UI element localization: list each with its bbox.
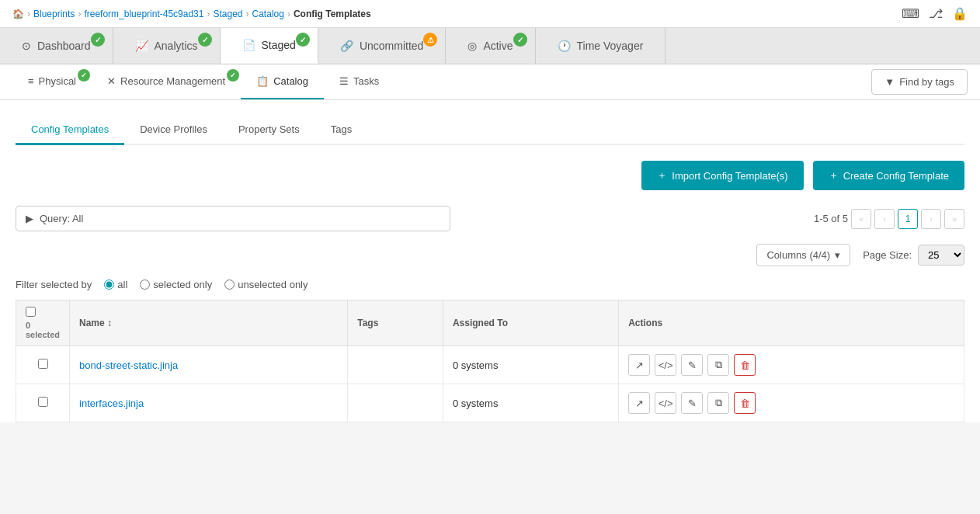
breadcrumb-staged[interactable]: Staged bbox=[213, 9, 242, 19]
find-by-tags-button[interactable]: ▼ Find by tags bbox=[871, 69, 968, 95]
page-next-button[interactable]: › bbox=[921, 209, 941, 229]
tab-active[interactable]: ◎ Active ✓ bbox=[446, 28, 535, 64]
columns-button[interactable]: Columns (4/4) ▾ bbox=[756, 244, 850, 266]
code-icon-btn[interactable]: </> bbox=[655, 354, 676, 376]
row-actions-cell: ↗</>✎⧉🗑 bbox=[619, 346, 964, 384]
inner-tab-device-profiles[interactable]: Device Profiles bbox=[124, 116, 223, 145]
breadcrumb: 🏠 › Blueprints › freeform_blueprint-45c9… bbox=[0, 0, 980, 28]
table-row: bond-street-static.jinja0 systems↗</>✎⧉🗑 bbox=[16, 346, 964, 384]
time-voyager-icon: 🕐 bbox=[558, 40, 571, 52]
table-row: interfaces.jinja0 systems↗</>✎⧉🗑 bbox=[16, 384, 964, 422]
user-icon[interactable]: 🔒 bbox=[952, 6, 968, 21]
chevron-down-icon: ▾ bbox=[835, 249, 840, 261]
data-table: 0 selected Name ↕ Tags Assigned To Actio… bbox=[16, 300, 964, 422]
tab-dashboard[interactable]: ⊙ Dashboard ✓ bbox=[0, 28, 113, 64]
main-content: Config Templates Device Profiles Propert… bbox=[0, 100, 980, 422]
row-name-cell: interfaces.jinja bbox=[70, 384, 348, 422]
import-config-template-button[interactable]: ＋ Import Config Template(s) bbox=[641, 161, 803, 190]
subtab-tasks[interactable]: ☰ Tasks bbox=[324, 64, 394, 99]
tab-time-voyager[interactable]: 🕐 Time Voyager bbox=[536, 28, 666, 64]
table-controls: Columns (4/4) ▾ Page Size: 25 50 100 bbox=[16, 244, 964, 266]
home-icon: 🏠 bbox=[12, 9, 24, 19]
row-tags-cell bbox=[348, 346, 443, 384]
resource-badge: ✓ bbox=[227, 69, 239, 82]
row-checkbox[interactable] bbox=[38, 397, 48, 407]
physical-badge: ✓ bbox=[78, 69, 90, 82]
uncommitted-badge: ⚠ bbox=[423, 33, 437, 47]
page-size-select[interactable]: 25 50 100 bbox=[918, 245, 964, 266]
staged-badge: ✓ bbox=[296, 33, 310, 47]
row-checkbox-cell bbox=[16, 384, 70, 422]
row-checkbox[interactable] bbox=[38, 359, 48, 369]
page-last-button[interactable]: » bbox=[944, 209, 964, 229]
row-assigned-to-cell: 0 systems bbox=[443, 384, 618, 422]
uncommitted-icon: 🔗 bbox=[340, 40, 353, 52]
dashboard-badge: ✓ bbox=[91, 33, 105, 47]
expand-icon: ▶ bbox=[26, 213, 33, 224]
tree-icon[interactable]: ⎇ bbox=[929, 6, 943, 21]
row-assigned-to-cell: 0 systems bbox=[443, 346, 618, 384]
select-all-header: 0 selected bbox=[16, 300, 70, 346]
breadcrumb-blueprint-id[interactable]: freeform_blueprint-45c9ad31 bbox=[84, 9, 203, 19]
analytics-badge: ✓ bbox=[198, 33, 212, 47]
active-badge: ✓ bbox=[513, 33, 527, 47]
page-prev-button[interactable]: ‹ bbox=[874, 209, 895, 229]
delete-icon-btn[interactable]: 🗑 bbox=[734, 392, 756, 414]
breadcrumb-blueprints[interactable]: Blueprints bbox=[33, 9, 75, 19]
filter-row: Filter selected by all selected only uns… bbox=[16, 276, 964, 293]
pagination: 1-5 of 5 « ‹ 1 › » bbox=[814, 209, 964, 229]
filter-unselected-label[interactable]: unselected only bbox=[224, 279, 308, 290]
inner-tab-tags[interactable]: Tags bbox=[315, 116, 367, 145]
export-icon-btn[interactable]: ↗ bbox=[628, 392, 650, 414]
terminal-icon[interactable]: ⌨ bbox=[902, 6, 919, 21]
row-name-link[interactable]: interfaces.jinja bbox=[79, 398, 144, 409]
breadcrumb-catalog[interactable]: Catalog bbox=[252, 9, 284, 19]
row-actions-cell: ↗</>✎⧉🗑 bbox=[619, 384, 964, 422]
create-config-template-button[interactable]: ＋ Create Config Template bbox=[813, 161, 964, 190]
filter-unselected-radio[interactable] bbox=[224, 280, 235, 290]
subtab-catalog[interactable]: 📋 Catalog bbox=[241, 64, 324, 99]
tab-uncommitted[interactable]: 🔗 Uncommitted ⚠ bbox=[318, 28, 446, 64]
filter-all-label[interactable]: all bbox=[104, 279, 127, 290]
pagination-range: 1-5 of 5 bbox=[814, 213, 848, 224]
row-name-link[interactable]: bond-street-static.jinja bbox=[79, 359, 178, 371]
filter-icon: ▼ bbox=[884, 76, 895, 88]
copy-icon-btn[interactable]: ⧉ bbox=[707, 392, 729, 414]
sub-nav: ≡ Physical ✓ ✕ Resource Management ✓ 📋 C… bbox=[0, 64, 980, 100]
selected-count: 0 selected bbox=[26, 321, 60, 339]
row-tags-cell bbox=[348, 384, 443, 422]
breadcrumb-current: Config Templates bbox=[294, 9, 371, 19]
subtab-resource-management[interactable]: ✕ Resource Management ✓ bbox=[92, 64, 241, 99]
actions-header: Actions bbox=[619, 300, 964, 346]
query-label: Query: All bbox=[40, 213, 83, 224]
resource-icon: ✕ bbox=[107, 75, 116, 87]
top-tabs: ⊙ Dashboard ✓ 📈 Analytics ✓ 📄 Staged ✓ 🔗… bbox=[0, 28, 980, 64]
filter-selected-label[interactable]: selected only bbox=[140, 279, 212, 290]
page-size-control: Page Size: 25 50 100 bbox=[863, 245, 964, 266]
subtab-physical[interactable]: ≡ Physical ✓ bbox=[12, 64, 92, 99]
filter-all-radio[interactable] bbox=[104, 280, 114, 290]
query-bar: ▶ Query: All 1-5 of 5 « ‹ 1 › » bbox=[16, 206, 964, 231]
catalog-icon: 📋 bbox=[256, 75, 269, 87]
edit-icon-btn[interactable]: ✎ bbox=[681, 392, 703, 414]
copy-icon-btn[interactable]: ⧉ bbox=[707, 354, 729, 376]
tasks-icon: ☰ bbox=[339, 75, 349, 87]
tab-staged[interactable]: 📄 Staged ✓ bbox=[221, 28, 318, 64]
page-number: 1 bbox=[898, 209, 918, 229]
tags-header: Tags bbox=[348, 300, 443, 346]
inner-tab-property-sets[interactable]: Property Sets bbox=[223, 116, 315, 145]
delete-icon-btn[interactable]: 🗑 bbox=[734, 354, 756, 376]
row-name-cell: bond-street-static.jinja bbox=[70, 346, 348, 384]
inner-tab-config-templates[interactable]: Config Templates bbox=[16, 116, 124, 145]
assigned-to-header: Assigned To bbox=[443, 300, 618, 346]
physical-icon: ≡ bbox=[28, 75, 34, 87]
page-first-button[interactable]: « bbox=[851, 209, 871, 229]
export-icon-btn[interactable]: ↗ bbox=[628, 354, 650, 376]
filter-selected-radio[interactable] bbox=[140, 280, 150, 290]
query-input[interactable]: ▶ Query: All bbox=[16, 206, 450, 231]
select-all-checkbox[interactable] bbox=[26, 307, 36, 317]
name-header[interactable]: Name ↕ bbox=[70, 300, 348, 346]
code-icon-btn[interactable]: </> bbox=[655, 392, 676, 414]
tab-analytics[interactable]: 📈 Analytics ✓ bbox=[113, 28, 221, 64]
edit-icon-btn[interactable]: ✎ bbox=[681, 354, 703, 376]
